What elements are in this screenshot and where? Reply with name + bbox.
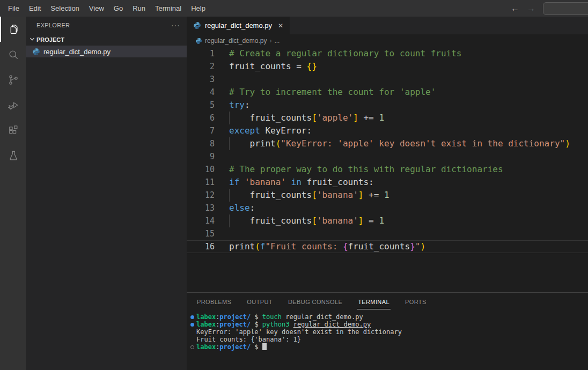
code-line-7[interactable]: 7except KeyError:	[187, 124, 588, 137]
line-content	[229, 150, 588, 163]
code-line-15[interactable]: 15	[187, 227, 588, 240]
terminal-line-1: labex:project/ $ touch regular_dict_demo…	[189, 313, 588, 321]
line-content: if 'banana' in fruit_counts:	[229, 176, 588, 189]
line-number[interactable]: 2	[187, 60, 215, 73]
terminal-file-link[interactable]: regular_dict_demo.py	[293, 321, 371, 328]
line-number[interactable]: 1	[187, 47, 215, 60]
extensions-icon[interactable]	[0, 117, 26, 143]
close-icon[interactable]: ✕	[278, 22, 283, 29]
line-content	[229, 73, 588, 86]
terminal-line-4: Fruit counts: {'banana': 1}	[189, 336, 588, 343]
code-line-12[interactable]: 12 fruit_counts['banana'] += 1	[187, 189, 588, 202]
line-number[interactable]: 16	[187, 240, 215, 253]
line-number[interactable]: 13	[187, 202, 215, 214]
code-line-9[interactable]: 9	[187, 150, 588, 163]
menu-terminal[interactable]: Terminal	[150, 4, 186, 12]
testing-icon[interactable]	[0, 143, 26, 168]
terminal-text: python3	[262, 321, 290, 328]
menu-go[interactable]: Go	[109, 4, 128, 12]
command-decoration-icon	[189, 343, 196, 351]
code-line-14[interactable]: 14 fruit_counts['banana'] = 1	[187, 214, 588, 227]
menu-bar: FileEditSelectionViewGoRunTerminalHelp	[3, 4, 210, 12]
line-number[interactable]: 10	[187, 163, 215, 176]
source-control-icon[interactable]	[0, 67, 26, 92]
code-line-4[interactable]: 4# Try to increment the count for 'apple…	[187, 86, 588, 99]
code-line-1[interactable]: 1# Create a regular dictionary to count …	[187, 47, 588, 60]
terminal-text: :	[216, 321, 219, 328]
code-line-2[interactable]: 2fruit_counts = {}	[187, 60, 588, 73]
line-number[interactable]: 15	[187, 227, 215, 240]
code-line-11[interactable]: 11if 'banana' in fruit_counts:	[187, 176, 588, 189]
sidebar-section-project[interactable]: PROJECT	[26, 34, 187, 46]
code-line-10[interactable]: 10# The proper way to do this with regul…	[187, 163, 588, 176]
breadcrumb-rest[interactable]: ...	[274, 37, 280, 45]
menu-file[interactable]: File	[3, 4, 24, 12]
breadcrumb-separator-icon: ›	[269, 37, 271, 45]
line-number[interactable]: 6	[187, 112, 215, 124]
tab-title: regular_dict_demo.py	[205, 21, 272, 29]
code-line-13[interactable]: 13else:	[187, 202, 588, 214]
explorer-title: EXPLORER	[36, 22, 70, 28]
tab-bar: regular_dict_demo.py ✕	[187, 17, 588, 34]
terminal-line-3: KeyError: 'apple' key doesn't exist in t…	[189, 328, 588, 336]
line-content: fruit_counts['apple'] += 1	[229, 112, 588, 124]
line-number[interactable]: 12	[187, 189, 215, 202]
section-label: PROJECT	[36, 36, 64, 43]
code-line-16[interactable]: 16print(f"Fruit counts: {fruit_counts}")	[187, 240, 588, 253]
panel-tab-terminal[interactable]: TERMINAL	[357, 294, 391, 309]
code-line-5[interactable]: 5try:	[187, 99, 588, 112]
menu-run[interactable]: Run	[128, 4, 150, 12]
line-number[interactable]: 7	[187, 124, 215, 137]
breadcrumb-file[interactable]: regular_dict_demo.py	[205, 37, 267, 45]
file-item-regular-dict-demo[interactable]: regular_dict_demo.py	[26, 46, 187, 57]
line-number[interactable]: 4	[187, 86, 215, 99]
terminal[interactable]: labex:project/ $ touch regular_dict_demo…	[187, 310, 588, 351]
line-number[interactable]: 11	[187, 176, 215, 189]
python-file-icon	[195, 38, 202, 45]
panel-tab-ports[interactable]: PORTS	[404, 294, 428, 309]
python-file-icon	[32, 48, 40, 56]
search-input[interactable]	[543, 2, 588, 15]
tab-regular-dict-demo[interactable]: regular_dict_demo.py ✕	[187, 17, 290, 34]
line-number[interactable]: 8	[187, 137, 215, 150]
line-content: fruit_counts['banana'] = 1	[229, 214, 588, 227]
title-bar: FileEditSelectionViewGoRunTerminalHelp ←…	[0, 0, 588, 17]
panel-tab-debug-console[interactable]: DEBUG CONSOLE	[287, 294, 343, 309]
terminal-text: regular_dict_demo.py	[282, 313, 363, 321]
editor-group: regular_dict_demo.py ✕ regular_dict_demo…	[187, 17, 588, 370]
line-number[interactable]: 9	[187, 150, 215, 163]
code-line-3[interactable]: 3	[187, 73, 588, 86]
back-icon[interactable]: ←	[511, 4, 519, 13]
terminal-text: KeyError: 'apple' key doesn't exist in t…	[196, 328, 402, 336]
line-content: fruit_counts['banana'] += 1	[229, 189, 588, 202]
terminal-text: labex	[196, 321, 216, 328]
code-editor[interactable]: 1# Create a regular dictionary to count …	[187, 47, 588, 292]
panel-tab-output[interactable]: OUTPUT	[246, 294, 274, 309]
menu-selection[interactable]: Selection	[46, 4, 84, 12]
terminal-gutter	[189, 336, 196, 343]
more-actions-icon[interactable]: ···	[171, 21, 180, 29]
menu-edit[interactable]: Edit	[24, 4, 46, 12]
panel-tab-problems[interactable]: PROBLEMS	[196, 294, 232, 309]
terminal-text: labex	[196, 343, 216, 351]
forward-icon[interactable]: →	[527, 4, 535, 13]
code-line-8[interactable]: 8 print("KeyError: 'apple' key doesn't e…	[187, 137, 588, 150]
line-content: # Create a regular dictionary to count f…	[229, 47, 588, 60]
line-content	[229, 227, 588, 240]
explorer-icon[interactable]	[0, 17, 26, 42]
chevron-down-icon	[28, 35, 36, 45]
code-line-6[interactable]: 6 fruit_counts['apple'] += 1	[187, 112, 588, 124]
command-decoration-icon	[189, 313, 196, 321]
run-debug-icon[interactable]	[0, 92, 26, 117]
line-number[interactable]: 3	[187, 73, 215, 86]
terminal-text: $	[251, 321, 262, 328]
line-content: try:	[229, 99, 588, 112]
search-icon[interactable]	[0, 42, 26, 67]
line-number[interactable]: 5	[187, 99, 215, 112]
command-decoration-icon	[189, 321, 196, 328]
bottom-panel: PROBLEMSOUTPUTDEBUG CONSOLETERMINALPORTS…	[187, 292, 588, 370]
menu-help[interactable]: Help	[186, 4, 210, 12]
line-number[interactable]: 14	[187, 214, 215, 227]
terminal-text: project/	[219, 343, 251, 351]
menu-view[interactable]: View	[84, 4, 109, 12]
